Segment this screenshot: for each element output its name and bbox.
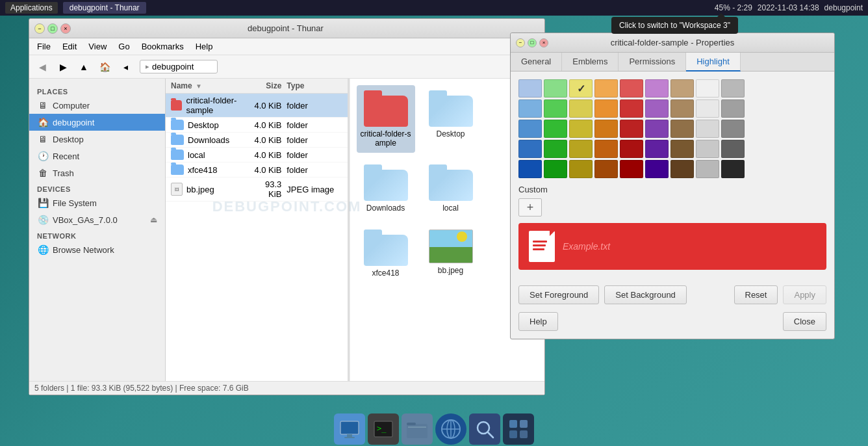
color-swatch[interactable]	[594, 99, 618, 118]
color-swatch[interactable]	[620, 79, 643, 98]
color-swatch[interactable]	[645, 160, 669, 178]
eject-icon[interactable]: ⏏	[150, 215, 157, 224]
color-swatch[interactable]	[620, 120, 643, 138]
table-row[interactable]: xfce418 4.0 KiB folder	[166, 163, 348, 177]
col-type-header[interactable]: Type	[287, 81, 342, 90]
color-swatch[interactable]	[569, 120, 593, 138]
color-swatch[interactable]	[721, 140, 745, 158]
home-button[interactable]: 🏠	[96, 59, 114, 75]
color-swatch[interactable]	[544, 79, 567, 98]
color-swatch[interactable]	[721, 99, 745, 118]
workspace-tooltip[interactable]: Click to switch to "Workspace 3"	[611, 17, 738, 34]
col-name-header[interactable]: Name ▼	[171, 81, 254, 90]
color-swatch[interactable]	[569, 140, 593, 158]
dock-search-button[interactable]	[469, 413, 500, 445]
color-swatch[interactable]	[645, 99, 669, 118]
dock-screen-button[interactable]	[334, 413, 365, 445]
color-swatch[interactable]	[518, 120, 542, 138]
tab-general[interactable]: General	[511, 53, 562, 71]
toggle-view-button[interactable]: ◂	[116, 59, 134, 75]
color-swatch[interactable]	[670, 79, 694, 98]
tab-emblems[interactable]: Emblems	[562, 53, 619, 71]
color-swatch[interactable]	[544, 140, 567, 158]
menu-edit[interactable]: Edit	[57, 40, 82, 53]
color-swatch[interactable]	[544, 120, 567, 138]
menu-help[interactable]: Help	[190, 40, 218, 53]
color-swatch[interactable]	[518, 140, 542, 158]
table-row[interactable]: Downloads 4.0 KiB folder	[166, 133, 348, 148]
color-swatch[interactable]	[696, 99, 719, 118]
menu-view[interactable]: View	[83, 40, 112, 53]
color-swatch[interactable]	[544, 99, 567, 118]
icon-item[interactable]: xfce418	[357, 224, 415, 283]
icon-item[interactable]: Desktop	[422, 85, 480, 153]
sidebar-item-computer[interactable]: 🖥 Computer	[29, 97, 165, 114]
tab-permissions[interactable]: Permissions	[619, 53, 686, 71]
table-row[interactable]: Desktop 4.0 KiB folder	[166, 118, 348, 133]
parent-button[interactable]: ▲	[75, 59, 93, 75]
sidebar-item-browse-network[interactable]: 🌐 Browse Network	[29, 241, 165, 258]
color-swatch[interactable]	[569, 99, 593, 118]
sidebar-item-vbox[interactable]: 💿 VBox_GAs_7.0.0 ⏏	[29, 211, 165, 228]
dock-files-button[interactable]	[402, 413, 433, 445]
dock-workspace-button[interactable]	[503, 413, 534, 445]
color-swatch[interactable]	[696, 79, 719, 98]
color-swatch[interactable]	[645, 140, 669, 158]
close-button[interactable]: Close	[783, 312, 826, 331]
color-swatch[interactable]	[518, 79, 542, 98]
color-swatch[interactable]	[594, 79, 618, 98]
color-swatch[interactable]	[544, 160, 567, 178]
color-swatch[interactable]	[569, 160, 593, 178]
add-custom-color-button[interactable]: +	[518, 198, 542, 216]
color-swatch[interactable]	[620, 140, 643, 158]
color-swatch[interactable]	[645, 79, 669, 98]
sidebar-item-recent[interactable]: 🕐 Recent	[29, 148, 165, 164]
icon-item[interactable]: bb.jpeg	[422, 224, 480, 283]
dialog-maximize-button[interactable]: □	[528, 38, 537, 47]
menu-file[interactable]: File	[32, 40, 56, 53]
back-button[interactable]: ◀	[33, 59, 51, 75]
color-swatch[interactable]	[670, 160, 694, 178]
apply-button[interactable]: Apply	[783, 285, 826, 304]
color-swatch[interactable]	[645, 120, 669, 138]
window-minimize-button[interactable]: −	[34, 23, 45, 34]
color-swatch[interactable]	[696, 140, 719, 158]
help-button[interactable]: Help	[518, 312, 558, 331]
color-swatch[interactable]	[670, 140, 694, 158]
dialog-minimize-button[interactable]: −	[516, 38, 525, 47]
color-swatch[interactable]	[696, 120, 719, 138]
icon-item[interactable]: critical-folder-sample	[357, 85, 415, 153]
icon-item[interactable]: Downloads	[357, 159, 415, 218]
dock-terminal-button[interactable]: >_	[368, 413, 399, 445]
color-swatch[interactable]	[721, 120, 745, 138]
window-close-button[interactable]: ×	[60, 23, 71, 34]
color-swatch[interactable]	[670, 120, 694, 138]
table-row[interactable]: critical-folder-sample 4.0 KiB folder	[166, 94, 348, 118]
dock-globe-button[interactable]	[435, 413, 466, 445]
table-row[interactable]: local 4.0 KiB folder	[166, 148, 348, 163]
dialog-close-button[interactable]: ×	[539, 38, 548, 47]
menu-bookmarks[interactable]: Bookmarks	[136, 40, 189, 53]
color-swatch[interactable]	[518, 160, 542, 178]
color-swatch[interactable]	[670, 99, 694, 118]
menu-go[interactable]: Go	[113, 40, 134, 53]
active-window-title[interactable]: debugpoint - Thunar	[63, 2, 146, 14]
col-size-header[interactable]: Size	[254, 81, 287, 90]
color-swatch[interactable]	[594, 160, 618, 178]
set-foreground-button[interactable]: Set Foreground	[518, 285, 599, 304]
tab-highlight[interactable]: Highlight	[686, 53, 741, 72]
forward-button[interactable]: ▶	[54, 59, 72, 75]
window-maximize-button[interactable]: □	[47, 23, 58, 34]
app-menu-button[interactable]: Applications	[5, 2, 58, 14]
color-swatch[interactable]	[594, 120, 618, 138]
color-swatch[interactable]	[620, 160, 643, 178]
color-swatch[interactable]	[620, 99, 643, 118]
set-background-button[interactable]: Set Background	[604, 285, 687, 304]
color-swatch[interactable]	[518, 99, 542, 118]
color-swatch[interactable]	[721, 79, 745, 98]
table-row[interactable]: 🖼 bb.jpeg 93.3 KiB JPEG image	[166, 177, 348, 202]
path-bar[interactable]: ▸ debugpoint	[140, 60, 218, 73]
color-swatch[interactable]	[696, 160, 719, 178]
color-swatch[interactable]	[721, 160, 745, 178]
sidebar-item-debugpoint[interactable]: 🏠 debugpoint	[29, 114, 165, 131]
